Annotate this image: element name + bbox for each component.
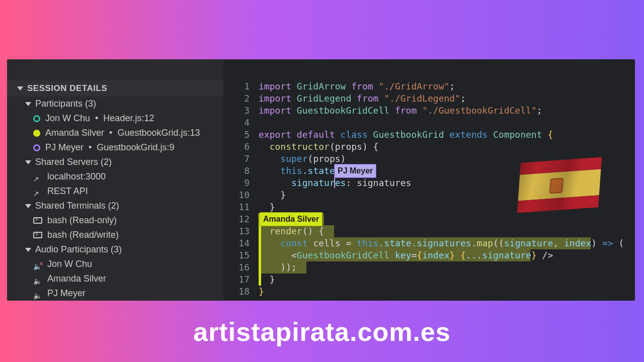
watermark-text: artistapirata.com.es <box>0 317 644 347</box>
participant-location: GuestbookGrid.js:13 <box>117 128 200 138</box>
chevron-down-icon <box>25 248 31 252</box>
terminal-icon <box>33 232 42 238</box>
participant-name: Amanda Silver <box>45 128 104 138</box>
terminal-label: bash (Read/write) <box>47 230 119 240</box>
share-icon <box>33 188 42 195</box>
line-number: 4 <box>223 117 250 129</box>
code-editor[interactable]: 1 2 3 4 5 6 7 8 9 10 11 12 13 14 15 16 1… <box>223 59 635 301</box>
speaker-icon <box>33 290 42 297</box>
speaker-icon <box>33 276 42 283</box>
participant-name: Jon W Chu <box>45 113 90 124</box>
code-line[interactable]: import GuestbookGridCell from "./Guestbo… <box>259 105 635 117</box>
audio-label: Audio Participants (3) <box>35 244 122 255</box>
line-number: 16 <box>223 261 250 274</box>
terminal-icon <box>33 217 42 224</box>
code-line[interactable]: constructor(props) { <box>259 141 635 153</box>
chevron-down-icon <box>25 204 31 208</box>
shared-servers-group[interactable]: Shared Servers (2) <box>7 155 223 169</box>
line-number: 5 <box>223 129 250 141</box>
code-line[interactable]: import GridArrow from "./GridArrow"; <box>259 80 635 93</box>
line-number: 3 <box>223 105 250 117</box>
participant-jon[interactable]: Jon W Chu • Header.js:12 <box>7 111 223 126</box>
line-number: 12 <box>223 213 250 225</box>
line-number: 7 <box>223 153 250 165</box>
line-number: 6 <box>223 141 250 153</box>
separator: • <box>109 128 112 138</box>
audio-participants-group[interactable]: Audio Participants (3) <box>7 242 223 257</box>
ide-window: SESSION DETAILS Participants (3) Jon W C… <box>7 59 635 301</box>
spain-flag-image <box>517 157 602 213</box>
participant-name: PJ Meyer <box>45 142 84 153</box>
audio-pj[interactable]: PJ Meyer <box>7 286 223 301</box>
participant-amanda[interactable]: Amanda Silver • GuestbookGrid.js:13 <box>7 126 223 140</box>
participant-location: Header.js:12 <box>103 113 154 124</box>
code-line[interactable]: export default class GuestbookGrid exten… <box>259 129 635 141</box>
chevron-down-icon <box>25 160 31 164</box>
section-title-text: SESSION DETAILS <box>27 83 107 94</box>
terminal-bash-rw[interactable]: bash (Read/write) <box>7 228 223 242</box>
line-number: 2 <box>223 93 250 105</box>
line-number: 1 <box>223 80 250 93</box>
cursor-label-pj: PJ Meyer <box>334 164 376 178</box>
shared-terminals-group[interactable]: Shared Terminals (2) <box>7 199 223 213</box>
line-number: 10 <box>223 189 250 201</box>
audio-amanda[interactable]: Amanda Silver <box>7 272 223 286</box>
presence-dot-icon <box>33 130 40 137</box>
participant-location: GuestbookGrid.js:9 <box>97 142 174 153</box>
presence-dot-icon <box>33 115 40 122</box>
code-line[interactable]: } <box>259 274 635 286</box>
terminal-label: bash (Read-only) <box>47 215 117 226</box>
separator: • <box>95 113 98 124</box>
chevron-down-icon <box>25 102 31 106</box>
presence-dot-icon <box>33 144 40 151</box>
terminal-bash-ro[interactable]: bash (Read-only) <box>7 213 223 228</box>
participants-label: Participants (3) <box>35 99 96 109</box>
line-number: 14 <box>223 237 250 249</box>
chevron-down-icon <box>17 86 23 90</box>
audio-name: Amanda Silver <box>47 274 106 284</box>
line-number: 11 <box>223 201 250 213</box>
participant-pj[interactable]: PJ Meyer • GuestbookGrid.js:9 <box>7 140 223 155</box>
session-details-header[interactable]: SESSION DETAILS <box>7 80 223 97</box>
audio-jon[interactable]: Jon W Chu <box>7 257 223 272</box>
code-line[interactable]: import GridLegend from "./GridLegend"; <box>259 93 635 105</box>
line-number: 9 <box>223 177 250 189</box>
server-localhost[interactable]: localhost:3000 <box>7 169 223 184</box>
participants-group[interactable]: Participants (3) <box>7 97 223 111</box>
code-line[interactable]: render() { <box>259 225 635 237</box>
cursor-label-amanda: Amanda Silver <box>260 212 323 226</box>
line-number: 17 <box>223 274 250 286</box>
line-number: 15 <box>223 249 250 261</box>
share-icon <box>33 173 42 180</box>
speaker-muted-icon <box>33 261 42 268</box>
code-line[interactable]: )); <box>259 261 635 274</box>
code-line[interactable]: <GuestbookGridCell key={index} {...signa… <box>259 249 635 261</box>
line-number: 18 <box>223 286 250 298</box>
servers-label: Shared Servers (2) <box>35 157 112 167</box>
session-sidebar: SESSION DETAILS Participants (3) Jon W C… <box>7 59 223 301</box>
server-label: REST API <box>47 186 88 197</box>
server-label: localhost:3000 <box>47 171 106 182</box>
line-gutter: 1 2 3 4 5 6 7 8 9 10 11 12 13 14 15 16 1… <box>223 80 259 301</box>
code-line[interactable] <box>259 117 635 129</box>
line-number: 8 <box>223 165 250 177</box>
code-line[interactable]: const cells = this.state.signatures.map(… <box>259 237 635 249</box>
line-number: 13 <box>223 225 250 237</box>
audio-name: PJ Meyer <box>47 288 86 299</box>
audio-name: Jon W Chu <box>47 259 92 269</box>
server-rest-api[interactable]: REST API <box>7 184 223 199</box>
terminals-label: Shared Terminals (2) <box>35 201 119 211</box>
separator: • <box>89 142 92 153</box>
code-line[interactable]: } <box>259 286 635 298</box>
remote-cursor-pj <box>334 177 335 188</box>
